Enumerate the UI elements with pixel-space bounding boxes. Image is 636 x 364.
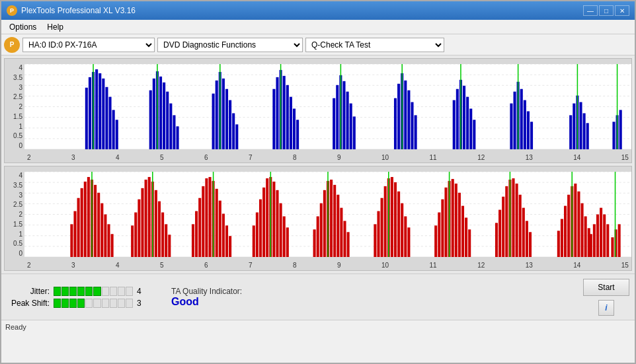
svg-rect-51 (342, 81, 345, 149)
test-select[interactable]: Q-Check TA Test (305, 38, 444, 52)
svg-rect-46 (296, 120, 299, 149)
svg-rect-103 (81, 188, 83, 257)
svg-rect-68 (466, 97, 469, 149)
start-button[interactable]: Start (583, 279, 629, 296)
svg-rect-34 (225, 89, 228, 149)
bot-y-3: 3 (19, 192, 22, 199)
svg-rect-167 (384, 186, 387, 257)
svg-rect-26 (169, 104, 172, 149)
menu-item-options[interactable]: Options (4, 21, 42, 33)
minimize-button[interactable]: — (583, 5, 598, 16)
svg-rect-136 (222, 214, 225, 257)
svg-rect-182 (455, 184, 457, 257)
jitter-seg-6 (93, 287, 100, 296)
svg-rect-130 (202, 186, 204, 257)
svg-rect-188 (495, 223, 498, 257)
jitter-seg-7 (102, 287, 109, 296)
bot-x-15: 15 (621, 262, 629, 269)
svg-rect-211 (611, 237, 614, 257)
svg-rect-150 (286, 227, 289, 257)
svg-rect-10 (89, 77, 91, 149)
svg-rect-107 (94, 185, 97, 257)
svg-rect-208 (584, 216, 587, 257)
bottom-chart-svg (24, 172, 631, 257)
svg-rect-65 (456, 89, 459, 149)
svg-rect-85 (586, 123, 589, 149)
svg-rect-15 (105, 87, 108, 149)
svg-rect-144 (266, 178, 268, 257)
svg-rect-123 (161, 213, 164, 257)
jitter-progress (54, 287, 133, 296)
svg-rect-169 (391, 177, 393, 257)
top-x-14: 14 (573, 154, 580, 161)
svg-rect-185 (465, 217, 467, 257)
close-button[interactable]: ✕ (615, 5, 629, 16)
top-y-05: 0.5 (13, 132, 22, 139)
svg-rect-67 (463, 86, 465, 149)
svg-rect-162 (347, 232, 350, 257)
svg-rect-111 (107, 224, 110, 257)
top-x-3: 3 (71, 154, 75, 161)
svg-rect-31 (216, 81, 218, 149)
drive-icon: P (4, 37, 20, 53)
svg-rect-69 (469, 108, 472, 149)
bot-y-2: 2 (19, 211, 22, 218)
svg-rect-131 (205, 178, 208, 257)
svg-rect-30 (212, 94, 215, 149)
svg-rect-14 (102, 79, 104, 149)
main-content: 4 3.5 3 2.5 2 1.5 1 0.5 0 (1, 55, 635, 273)
svg-rect-64 (453, 100, 456, 149)
svg-rect-39 (272, 89, 275, 149)
titlebar-left: P PlexTools Professional XL V3.16 (7, 5, 136, 16)
svg-rect-72 (510, 104, 512, 149)
bot-x-11: 11 (430, 262, 437, 269)
svg-rect-176 (434, 225, 437, 257)
info-button[interactable]: i (598, 300, 614, 316)
svg-rect-142 (259, 200, 262, 257)
svg-rect-147 (276, 190, 278, 257)
start-section: Start i (583, 279, 629, 316)
ta-quality-value: Good (171, 296, 199, 308)
bot-y-35: 3.5 (13, 182, 22, 189)
svg-rect-73 (514, 92, 516, 149)
top-x-6: 6 (204, 154, 208, 161)
bot-x-3: 3 (71, 262, 75, 269)
svg-rect-217 (596, 215, 599, 258)
svg-rect-198 (529, 232, 532, 257)
top-y-2: 2 (19, 103, 22, 110)
svg-rect-146 (272, 182, 275, 257)
top-x-11: 11 (430, 154, 437, 161)
ps-seg-6 (93, 299, 100, 308)
function-select[interactable]: DVD Diagnostic Functions (157, 38, 303, 52)
svg-rect-27 (173, 115, 175, 149)
bot-y-05: 0.5 (13, 240, 22, 247)
svg-rect-195 (519, 195, 522, 257)
bot-y-4: 4 (19, 172, 22, 179)
svg-rect-105 (87, 177, 90, 257)
top-x-2: 2 (27, 154, 31, 161)
svg-rect-159 (337, 195, 339, 257)
ps-seg-9 (118, 299, 125, 308)
svg-rect-70 (473, 120, 475, 149)
drive-select[interactable]: HA:0 ID:0 PX-716A (22, 38, 155, 52)
top-y-15: 1.5 (13, 113, 22, 120)
bot-x-13: 13 (526, 262, 533, 269)
jitter-seg-2 (61, 287, 69, 296)
svg-rect-165 (377, 211, 379, 257)
svg-rect-59 (404, 81, 407, 149)
ta-quality-label: TA Quality Indicator: (171, 287, 242, 296)
top-x-12: 12 (477, 154, 485, 161)
maximize-button[interactable]: □ (599, 5, 614, 16)
svg-rect-119 (148, 177, 151, 257)
menu-item-help[interactable]: Help (42, 21, 69, 33)
svg-rect-124 (165, 224, 167, 257)
svg-rect-164 (374, 224, 376, 257)
svg-rect-202 (564, 206, 567, 257)
jitter-row: Jitter: 4 (7, 287, 147, 296)
svg-rect-57 (397, 84, 400, 149)
svg-rect-53 (350, 104, 352, 149)
bot-x-4: 4 (116, 262, 120, 269)
svg-rect-83 (579, 102, 582, 149)
svg-rect-16 (109, 97, 112, 149)
svg-rect-75 (520, 89, 523, 149)
